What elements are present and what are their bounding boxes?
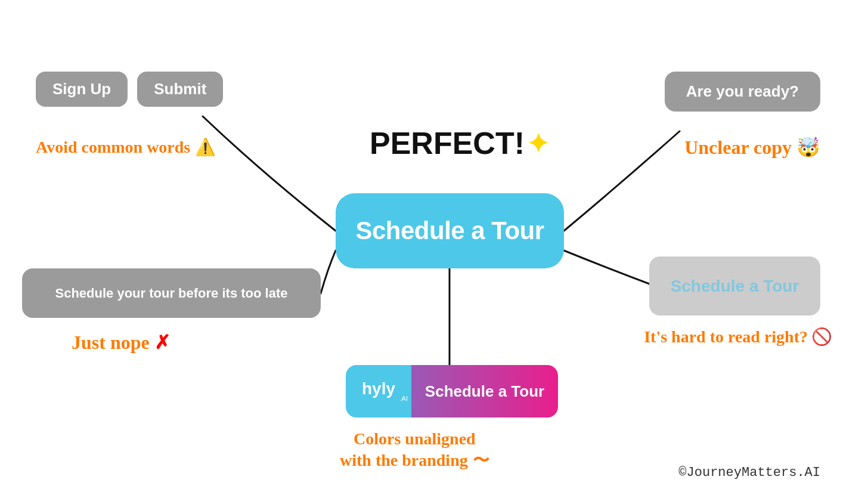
avoid-text: Avoid common words [36,138,190,157]
sparkle-icon: ✦ [527,128,549,159]
colors-unaligned-label: Colors unaligned with the branding 〜 [340,428,489,472]
schedule-tour-gradient[interactable]: Schedule a Tour [411,365,558,418]
schedule-tour-right-text: Schedule a Tour [671,277,799,296]
just-nope-text: Just nope [72,332,150,354]
main-canvas: PERFECT! ✦ Schedule a Tour Sign Up Submi… [0,0,868,504]
schedule-tour-main-text: Schedule a Tour [355,217,544,245]
x-icon: ✗ [154,331,170,354]
hyly-ai-text: .AI [400,395,408,402]
unclear-text: Unclear copy [684,137,792,159]
copyright-text: ©JourneyMatters.AI [678,465,820,480]
schedule-long-text: Schedule your tour before its too late [55,286,288,301]
hard-to-read-text: It's hard to read right? [644,327,808,347]
top-left-buttons: Sign Up Submit [36,72,223,107]
perfect-label: PERFECT! ✦ [370,125,549,161]
hyly-logo-text: hyly [362,381,395,397]
submit-button[interactable]: Submit [137,72,223,107]
sign-up-button[interactable]: Sign Up [36,72,128,107]
schedule-tour-right-button[interactable]: Schedule a Tour [649,256,820,316]
hard-to-read-label: It's hard to read right? 🚫 [644,327,832,347]
are-you-ready-button[interactable]: Are you ready? [665,72,820,112]
hyly-logo: hyly .AI [346,365,411,418]
confused-icon: 🤯 [796,136,820,159]
schedule-tour-gradient-text: Schedule a Tour [425,382,544,401]
no-icon: 🚫 [811,327,832,347]
unclear-copy-label: Unclear copy 🤯 [684,136,820,159]
wave-icon: 〜 [473,450,489,471]
are-you-ready-text: Are you ready? [686,82,799,100]
schedule-tour-main-button[interactable]: Schedule a Tour [336,193,564,268]
perfect-text: PERFECT! [370,125,525,161]
hyly-schedule-button[interactable]: hyly .AI Schedule a Tour [346,365,558,418]
just-nope-label: Just nope ✗ [72,331,170,354]
colors-line2: with the branding [340,450,468,471]
colors-line1: Colors unaligned [354,428,476,450]
warning-icon: ⚠️ [195,137,216,157]
schedule-long-button[interactable]: Schedule your tour before its too late [22,268,321,318]
avoid-common-words-label: Avoid common words ⚠️ [36,137,216,157]
